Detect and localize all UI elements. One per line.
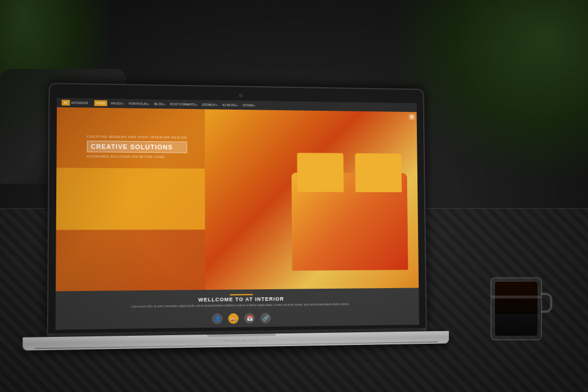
laptop: AT INTERIOR HOME PAGES PORTFOLIO BLOG PO… — [22, 82, 449, 350]
laptop-notch — [207, 333, 276, 337]
nav-home[interactable]: HOME — [94, 100, 107, 106]
truck-icon-circle[interactable]: 🚚 — [228, 313, 238, 324]
settings-icon[interactable]: ⚙ — [409, 114, 415, 120]
screen-bezel: AT INTERIOR HOME PAGES PORTFOLIO BLOG PO… — [56, 98, 419, 330]
coffee-mug — [490, 277, 542, 340]
site-logo: AT INTERIOR — [61, 100, 88, 106]
mug-outer — [490, 277, 542, 340]
hero-title: CREATIVE SOLUTIONS — [91, 143, 183, 150]
hero-title-box: CREATIVE SOLUTIONS — [87, 141, 187, 153]
nav-store[interactable]: STORE — [241, 102, 257, 108]
hero-text-area: CREATIVE MODERN AND HIGH INTERIOR DESIGN… — [87, 135, 187, 159]
mug-handle — [541, 293, 552, 313]
link-icon-circle[interactable]: 🔗 — [260, 313, 270, 323]
hero-slider: CREATIVE MODERN AND HIGH INTERIOR DESIGN… — [56, 107, 419, 291]
nav-post-formats[interactable]: POST FORMATS — [168, 101, 198, 107]
laptop-brand-label: MacBook Pro — [225, 339, 258, 343]
laptop-screen: AT INTERIOR HOME PAGES PORTFOLIO BLOG PO… — [47, 83, 427, 333]
mug-inner — [495, 282, 537, 336]
hero-sofa-image — [291, 173, 408, 271]
user-icon-circle[interactable]: 👤 — [212, 313, 222, 324]
nav-portfolio[interactable]: PORTFOLIO — [127, 100, 150, 107]
calendar-icon-circle[interactable]: 📅 — [245, 313, 255, 323]
website-content: AT INTERIOR HOME PAGES PORTFOLIO BLOG PO… — [56, 98, 419, 330]
nav-k2blog[interactable]: K2 BLOG — [220, 102, 239, 108]
hero-image — [205, 109, 419, 289]
hero-description: AFFORDABLE SOLUTIONS FOR BETTER LIVING — [87, 154, 187, 158]
mug-band — [492, 296, 541, 298]
hero-subtitle: CREATIVE MODERN AND HIGH INTERIOR DESIGN — [87, 135, 187, 139]
logo-icon: AT — [61, 100, 70, 106]
logo-brand: INTERIOR — [71, 101, 88, 104]
section-divider — [230, 294, 253, 295]
nav-joomla[interactable]: JOOMLA! — [200, 102, 219, 107]
scene-background: AT INTERIOR HOME PAGES PORTFOLIO BLOG PO… — [0, 0, 588, 392]
logo-text: AT — [64, 101, 68, 104]
nav-pages[interactable]: PAGES — [109, 100, 125, 106]
laptop-camera — [239, 94, 242, 97]
nav-items: HOME PAGES PORTFOLIO BLOG POST FORMATS J… — [94, 100, 257, 108]
nav-blog[interactable]: BLOG — [153, 101, 167, 107]
